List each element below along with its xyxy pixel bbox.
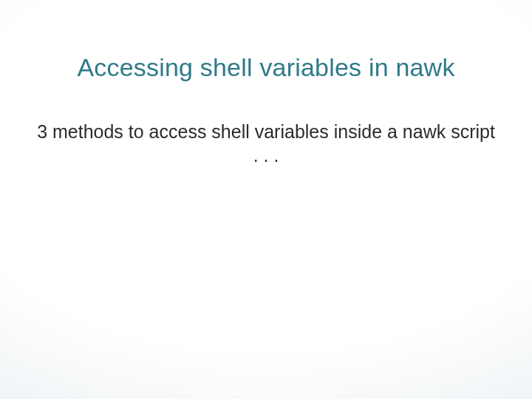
slide: Accessing shell variables in nawk 3 meth… xyxy=(0,0,532,399)
slide-title: Accessing shell variables in nawk xyxy=(0,53,532,82)
slide-body-text: 3 methods to access shell variables insi… xyxy=(37,120,495,167)
